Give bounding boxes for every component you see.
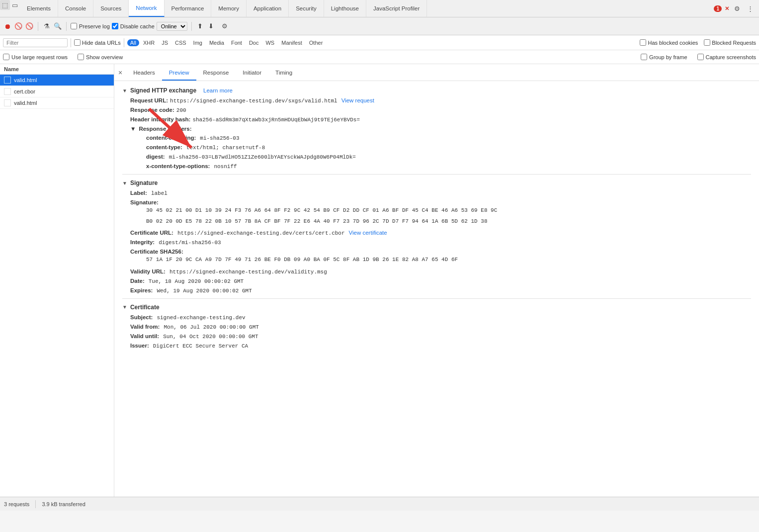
tab-lighthouse[interactable]: Lighthouse xyxy=(324,0,366,17)
cert-valid-until-row: Valid until: Sun, 04 Oct 2020 00:00:00 G… xyxy=(122,332,751,341)
view-request-link[interactable]: View request xyxy=(341,97,374,103)
header-integrity-row: Header integrity hash: sha256-aSdRm3m7qX… xyxy=(122,115,751,124)
device-toggle-icon[interactable]: ▭ xyxy=(10,0,20,10)
sig-sha-hex: 57 1A 1F 20 9C CA A9 7D 7F 49 71 26 BE F… xyxy=(130,255,458,266)
blocked-cookies-checkbox[interactable] xyxy=(640,39,646,46)
certificate-header[interactable]: ▼ Certificate xyxy=(122,302,751,313)
type-btn-font[interactable]: Font xyxy=(228,39,245,46)
tab-elements[interactable]: Elements xyxy=(20,0,58,17)
sig-integrity-row: Integrity: digest/mi-sha256-03 xyxy=(122,238,751,247)
sig-signature-row: Signature: 30 45 02 21 00 D1 10 39 24 F3… xyxy=(122,198,751,228)
type-btn-other[interactable]: Other xyxy=(306,39,326,46)
group-by-frame-checkbox[interactable] xyxy=(641,54,647,60)
detail-panel: × Headers Preview Response Initiator Tim… xyxy=(114,64,759,497)
inspect-icon[interactable]: ⬚ xyxy=(0,0,10,10)
download-icon[interactable]: ⬇ xyxy=(207,22,216,31)
sig-hex-2: B0 02 20 0D E5 78 22 0B 10 57 7B 8A CF B… xyxy=(130,216,488,227)
status-separator xyxy=(35,500,36,508)
type-btn-img[interactable]: Img xyxy=(190,39,205,46)
sig-expires-row: Expires: Wed, 19 Aug 2020 00:00:02 GMT xyxy=(122,286,751,295)
cert-valid-from-row: Valid from: Mon, 06 Jul 2020 00:00:00 GM… xyxy=(122,322,751,332)
tab-javascript-profiler[interactable]: JavaScript Profiler xyxy=(366,0,427,17)
preserve-log-checkbox[interactable] xyxy=(71,23,77,29)
devtools-window: ⬚ ▭ Elements Console Sources Network Per… xyxy=(0,0,759,511)
capture-screenshots-checkbox[interactable] xyxy=(697,54,704,60)
sub-tab-headers[interactable]: Headers xyxy=(126,64,162,81)
close-detail-button[interactable]: × xyxy=(114,64,126,81)
throttle-select[interactable]: Online xyxy=(157,22,187,31)
signature-header[interactable]: ▼ Signature xyxy=(122,177,751,188)
large-rows-option: Use large request rows xyxy=(3,54,68,60)
upload-icon[interactable]: ⬆ xyxy=(196,22,205,31)
tab-sources[interactable]: Sources xyxy=(93,0,129,17)
filter-separator-2 xyxy=(124,38,124,47)
tab-application[interactable]: Application xyxy=(247,0,289,17)
blocked-requests-checkbox[interactable] xyxy=(704,39,710,46)
tab-performance[interactable]: Performance xyxy=(165,0,212,17)
request-favicon-0 xyxy=(4,77,11,84)
sub-tab-response[interactable]: Response xyxy=(196,64,236,81)
request-item-2[interactable]: valid.html xyxy=(0,97,114,109)
sig-cert-sha-row: Certificate SHA256: 57 1A 1F 20 9C CA A9… xyxy=(122,247,751,267)
top-right-icons: 1 ✕ ⚙ ⋮ xyxy=(710,0,759,17)
sig-cert-url-row: Certificate URL: https://signed-exchange… xyxy=(122,228,751,238)
search-icon[interactable]: 🔍 xyxy=(53,22,62,31)
tab-console[interactable]: Console xyxy=(58,0,93,17)
type-btn-ws[interactable]: WS xyxy=(262,39,277,46)
tab-security[interactable]: Security xyxy=(289,0,324,17)
header-digest: digest: mi-sha256-03=LB7wdlHO51Z1Ze600lb… xyxy=(130,152,751,162)
record-button[interactable]: ⏺ xyxy=(3,22,12,31)
network-toolbar: ⏺ 🚫 🚫 ⚗ 🔍 Preserve log Disable cache Onl… xyxy=(0,17,759,35)
hide-data-urls-label: Hide data URLs xyxy=(74,39,121,46)
type-btn-js[interactable]: JS xyxy=(159,39,171,46)
tab-memory[interactable]: Memory xyxy=(211,0,247,17)
preview-content: ▼ Signed HTTP exchange Learn more Reques… xyxy=(114,81,759,497)
type-btn-css[interactable]: CSS xyxy=(172,39,189,46)
type-btn-doc[interactable]: Doc xyxy=(246,39,262,46)
settings-network-icon[interactable]: ⚙ xyxy=(220,21,230,31)
error-icon: ✕ xyxy=(725,5,729,12)
hide-data-urls-checkbox[interactable] xyxy=(74,39,81,46)
filter-input[interactable] xyxy=(3,38,68,47)
learn-more-link[interactable]: Learn more xyxy=(203,88,233,93)
response-headers-header[interactable]: ▼ Response headers: xyxy=(130,124,751,133)
more-options-icon[interactable]: ⋮ xyxy=(745,3,755,13)
type-btn-all[interactable]: All xyxy=(127,39,139,46)
type-btn-manifest[interactable]: Manifest xyxy=(278,39,305,46)
collapse-triangle-4: ▼ xyxy=(122,304,127,310)
sub-tab-initiator[interactable]: Initiator xyxy=(236,64,268,81)
stop-button[interactable]: 🚫 xyxy=(14,22,23,31)
clear-button[interactable]: 🚫 xyxy=(25,22,34,31)
status-bar: 3 requests 3.9 kB transferred xyxy=(0,497,759,511)
type-btn-xhr[interactable]: XHR xyxy=(140,39,158,46)
large-rows-checkbox[interactable] xyxy=(3,54,9,60)
requests-count: 3 requests xyxy=(4,501,29,507)
filter-icon[interactable]: ⚗ xyxy=(42,22,51,31)
signed-exchange-header[interactable]: ▼ Signed HTTP exchange Learn more xyxy=(122,85,751,96)
collapse-triangle-1: ▼ xyxy=(122,88,127,93)
disable-cache-label: Disable cache xyxy=(112,23,155,29)
request-favicon-1 xyxy=(4,88,11,95)
type-btn-media[interactable]: Media xyxy=(206,39,227,46)
show-overview-checkbox[interactable] xyxy=(78,54,84,60)
signed-exchange-section: ▼ Signed HTTP exchange Learn more Reques… xyxy=(122,85,751,171)
view-certificate-link[interactable]: View certificate xyxy=(349,230,387,236)
request-item-1[interactable]: cert.cbor xyxy=(0,86,114,97)
sub-tab-preview[interactable]: Preview xyxy=(162,64,196,81)
disable-cache-checkbox[interactable] xyxy=(112,23,118,29)
settings-icon[interactable]: ⚙ xyxy=(732,3,742,13)
request-favicon-2 xyxy=(4,99,11,106)
sub-tabs: × Headers Preview Response Initiator Tim… xyxy=(114,64,759,81)
request-url-row: Request URL: https://signed-exchange-tes… xyxy=(122,96,751,105)
divider-1 xyxy=(122,174,751,175)
tab-network[interactable]: Network xyxy=(129,0,164,17)
request-item-0[interactable]: valid.html xyxy=(0,75,114,86)
capture-screenshots-option: Capture screenshots xyxy=(697,54,757,60)
header-x-content-type: x-content-type-options: nosniff xyxy=(130,162,751,171)
sig-label-row: Label: label xyxy=(122,188,751,198)
blocked-cookies-label: Has blocked cookies xyxy=(640,39,698,46)
filter-separator xyxy=(71,38,71,47)
sub-tab-timing[interactable]: Timing xyxy=(268,64,299,81)
error-count-badge: 1 xyxy=(714,5,722,12)
cert-issuer-row: Issuer: DigiCert ECC Secure Server CA xyxy=(122,341,751,351)
